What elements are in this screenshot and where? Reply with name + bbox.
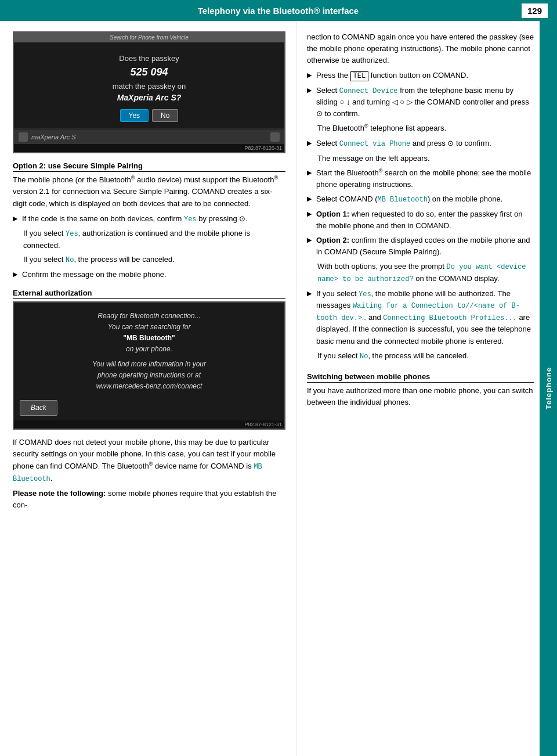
yes-button[interactable]: Yes	[120, 109, 149, 122]
screenshot1-buttons: Yes No	[20, 109, 278, 122]
bullet-text-1: If the code is the same on both devices,…	[22, 213, 285, 225]
no-button[interactable]: No	[152, 109, 178, 122]
bt-ready-line6: phone operating instructions or at	[20, 370, 278, 381]
option1-bold: Option 1:	[316, 210, 349, 218]
header-title-text: Telephony via the Bluetooth® interface	[198, 6, 359, 16]
no-inline-1: No	[66, 256, 74, 264]
bullet-arrow-o2: ▶	[307, 235, 312, 245]
confirm-icon-1: ⊙	[239, 214, 245, 223]
mb-bluetooth-mono-2: MB Bluetooth	[377, 196, 427, 204]
option2-bold: Option 2:	[316, 236, 349, 244]
bullet-arrow-cd: ▶	[307, 85, 312, 95]
connect-via-phone-mono: Connect via Phone	[339, 140, 410, 148]
bullet-text-o2: Option 2: confirm the displayed codes on…	[316, 235, 534, 258]
bullet-arrow-bt: ▶	[307, 168, 312, 178]
connecting-bt-mono: Connecting Bluetooth Profiles...	[383, 314, 516, 322]
bullet-arrow-sy: ▶	[307, 289, 312, 298]
bullet-text-cd: Select Connect Device from the telephone…	[316, 85, 534, 120]
section-heading-switch: Switching between mobile phones	[307, 372, 534, 383]
bullet-connect-via-phone: ▶ Select Connect via Phone and press ⊙ t…	[307, 138, 534, 150]
screenshot1-content: Does the passkey 525 094 match the passk…	[14, 42, 284, 128]
sidebar-label: Telephone	[544, 367, 553, 409]
screenshot1-ref: P82.87-8120-31	[14, 144, 284, 152]
sub-yes-1: If you select Yes, authorization is cont…	[23, 228, 285, 251]
back-button[interactable]: Back	[20, 400, 57, 416]
sub-bt-list: The Bluetooth® telephone list appears.	[317, 123, 534, 134]
bt-ready-line2: You can start searching for	[20, 322, 278, 333]
sub-both-options: With both options, you see the prompt Do…	[317, 261, 534, 285]
right-column: nection to COMAND again once you have en…	[296, 21, 540, 756]
bullet-connect-device: ▶ Select Connect Device from the telepho…	[307, 85, 534, 120]
screenshot2-ref: P82.87-8121-31	[14, 420, 284, 429]
para-nection-cont: nection to COMAND again once you have en…	[307, 31, 534, 66]
bt-ready-line4: on your phone.	[20, 344, 278, 355]
bullet-option2: ▶ Option 2: confirm the displayed codes …	[307, 235, 534, 258]
header-title: Telephony via the Bluetooth® interface	[0, 6, 522, 16]
bullet-arrow-o1: ▶	[307, 209, 312, 219]
connect-device-mono: Connect Device	[339, 87, 398, 95]
passkey-device: MaXperia Arc S?	[20, 93, 278, 102]
bold-note: Please note the following:	[13, 489, 106, 498]
bullet-text-o1: Option 1: when requested to do so, enter…	[316, 208, 534, 232]
para-ssp: The mobile phone (or the Bluetooth® audi…	[13, 174, 285, 210]
bullet-start-bt-search: ▶ Start the Bluetooth® search on the mob…	[307, 167, 534, 191]
screenshot-passkey: Search for Phone from Vehicle Does the p…	[13, 31, 285, 153]
bullet-arrow-sc: ▶	[307, 194, 312, 204]
bullet-arrow-2: ▶	[13, 269, 17, 279]
bullet-press-tel: ▶ Press the TEL function button on COMAN…	[307, 70, 534, 81]
bullet-arrow-1: ▶	[13, 214, 17, 224]
bullet-code-same: ▶ If the code is the same on both device…	[13, 213, 285, 225]
sub-msg-left: The message on the left appears.	[317, 153, 534, 164]
bt-ready-line3: "MB Bluetooth"	[20, 333, 278, 344]
yes-mono-right: Yes	[359, 290, 371, 298]
bullet-confirm-msg: ▶ Confirm the message on the mobile phon…	[13, 269, 285, 280]
left-column: Search for Phone from Vehicle Does the p…	[0, 21, 296, 756]
do-you-want-mono: Do you want <device name> to be authoriz…	[317, 263, 526, 283]
bullet-text-sc: Select COMAND (MB Bluetooth) on the mobi…	[316, 193, 534, 206]
bullet-text-2: Confirm the message on the mobile phone.	[22, 269, 285, 280]
screenshot-bluetooth-ready: Ready for Bluetooth connection... You ca…	[13, 301, 285, 430]
bullet-text-tel: Press the TEL function button on COMAND.	[316, 70, 534, 81]
para-switch: If you have authorized more than one mob…	[307, 385, 534, 408]
screenshot2-content: Ready for Bluetooth connection... You ca…	[14, 303, 284, 421]
bullet-text-bt: Start the Bluetooth® search on the mobil…	[316, 167, 534, 191]
bullet-arrow-tel: ▶	[307, 70, 312, 80]
yes-inline-1: Yes	[184, 215, 197, 224]
passkey-match: match the passkey on	[20, 82, 278, 91]
mb-bluetooth-inline: MB Bluetooth	[13, 463, 262, 483]
section-heading-ext-auth: External authorization	[13, 289, 285, 299]
bullet-select-yes: ▶ If you select Yes, the mobile phone wi…	[307, 288, 534, 347]
page-number: 129	[522, 3, 548, 18]
bullet-arrow-cvp: ▶	[307, 138, 312, 148]
bullet-option1: ▶ Option 1: when requested to do so, ent…	[307, 208, 534, 232]
bt-ready-line7: www.mercedes-benz.com/connect	[20, 381, 278, 392]
screenshot1-footer: maXperia Arc S	[14, 130, 284, 144]
bullet-text-sy: If you select Yes, the mobile phone will…	[316, 288, 534, 347]
screenshot1-titlebar: Search for Phone from Vehicle	[14, 33, 284, 42]
main-layout: Search for Phone from Vehicle Does the p…	[0, 21, 557, 756]
bullet-text-cvp: Select Connect via Phone and press ⊙ to …	[316, 138, 534, 150]
no-mono-right: No	[360, 352, 368, 361]
header-bar: Telephony via the Bluetooth® interface 1…	[0, 0, 557, 21]
section-heading-ssp: Option 2: use Secure Simple Pairing	[13, 161, 285, 172]
para-no-detect: If COMAND does not detect your mobile ph…	[13, 437, 285, 484]
para-please-note: Please note the following: some mobile p…	[13, 488, 285, 511]
bt-ready-line1: Ready for Bluetooth connection...	[20, 311, 278, 322]
bt-ready-line5: You will find more information in your	[20, 359, 278, 370]
yes-inline-2: Yes	[66, 230, 78, 238]
bullet-select-comand: ▶ Select COMAND (MB Bluetooth) on the mo…	[307, 193, 534, 206]
passkey-label: Does the passkey	[20, 54, 278, 63]
tel-button-inline: TEL	[350, 71, 369, 81]
sub-no-cancel-right: If you select No, the process will be ca…	[317, 350, 534, 362]
telephone-sidebar: Telephone	[540, 21, 557, 756]
passkey-code: 525 094	[20, 66, 278, 78]
footer-device-text: maXperia Arc S	[31, 134, 270, 141]
footer-icon-left	[19, 132, 28, 142]
footer-icon-right	[270, 132, 280, 142]
sub-no-1: If you select No, the process will be ca…	[23, 254, 285, 266]
